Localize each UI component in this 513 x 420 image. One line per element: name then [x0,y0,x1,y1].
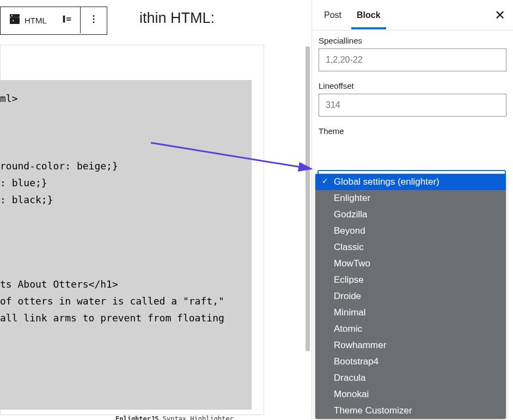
theme-option-bootstrap4[interactable]: Bootstrap4 [315,354,506,370]
theme-option-monokai[interactable]: Monokai [315,386,506,403]
lineoffset-label: Lineoffset [319,81,506,90]
block-type-label: HTML [25,16,47,25]
more-options-button[interactable] [81,7,107,33]
theme-option-enlighter[interactable]: Enlighter [315,190,506,206]
align-button[interactable] [54,7,81,33]
theme-option-eclipse[interactable]: Eclipse [315,272,506,288]
code-block[interactable]: ml> round-color: beige;} : blue;} : blac… [0,80,252,410]
align-icon [61,13,73,27]
field-lineoffset: Lineoffset [319,81,506,117]
code-line: : black;} [0,194,53,205]
code-line: ml> [0,93,18,104]
code-line: : blue;} [0,177,47,188]
heading-fragment: ithin HTML: [139,10,215,27]
theme-option-classic[interactable]: Classic [315,239,506,255]
code-line: round-color: beige;} [0,160,118,172]
footer-suffix: Syntax Highlighter [158,415,233,420]
svg-point-5 [93,15,94,17]
theme-option-godzilla[interactable]: Godzilla [315,206,506,223]
theme-option-minimal[interactable]: Minimal [315,305,506,321]
theme-option-droide[interactable]: Droide [315,288,506,305]
footer-brand: EnlighterJS [115,415,158,420]
tab-post[interactable]: Post [316,2,349,29]
svg-rect-2 [63,16,65,23]
close-icon: ✕ [494,8,505,23]
theme-option-beyond[interactable]: Beyond [315,223,506,239]
block-toolbar: HTML [0,7,107,35]
svg-rect-3 [66,17,71,19]
block-footer-label: EnlighterJS Syntax Highlighter [115,415,234,420]
theme-option-dracula[interactable]: Dracula [315,370,506,386]
tab-block[interactable]: Block [349,2,388,29]
speciallines-input[interactable] [319,48,506,71]
field-theme: Theme [319,126,506,136]
theme-dropdown[interactable]: Global settings (enlighter) Enlighter Go… [315,174,506,419]
theme-label: Theme [319,126,506,136]
field-speciallines: Speciallines [319,36,506,71]
code-line: ts About Otters</h1> [0,278,118,290]
kebab-icon [88,14,99,27]
code-line: all link arms to prevent from floating [0,312,224,324]
theme-option-customizer[interactable]: Theme Customizer [315,403,506,419]
speciallines-label: Speciallines [319,36,506,45]
html-block-icon [8,13,21,28]
block-type-button[interactable]: HTML [1,7,54,33]
theme-option-rowhammer[interactable]: Rowhammer [315,337,506,354]
svg-rect-1 [11,15,13,16]
code-line: of otters in water is called a "raft," [0,295,224,307]
theme-option-atomic[interactable]: Atomic [315,321,506,337]
svg-rect-4 [66,20,71,21]
svg-point-7 [93,21,94,23]
sidebar-tabs: Post Block ✕ [312,0,513,31]
theme-option-mowtwo[interactable]: MowTwo [315,255,506,272]
scrollbar-thumb[interactable] [306,46,310,351]
lineoffset-input[interactable] [319,94,506,117]
theme-option-global[interactable]: Global settings (enlighter) [315,174,506,190]
scrollbar[interactable] [304,0,311,420]
svg-point-6 [93,19,94,20]
close-sidebar-button[interactable]: ✕ [492,8,508,23]
